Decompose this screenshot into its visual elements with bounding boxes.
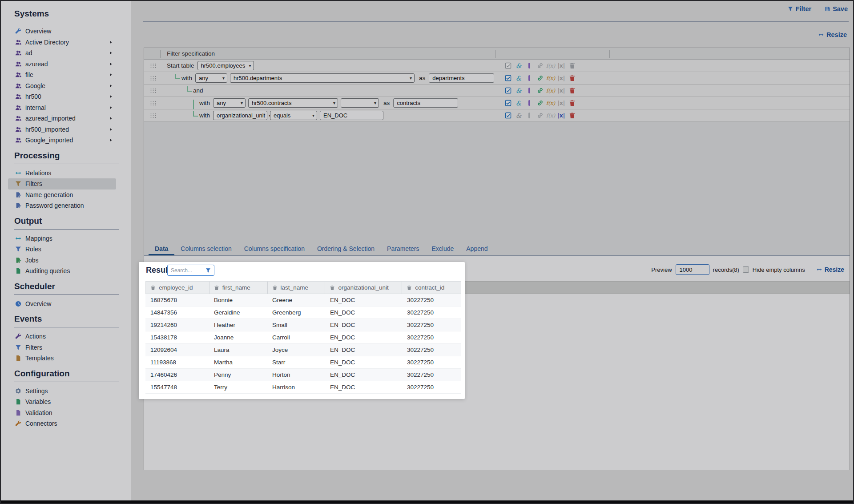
table-cell: Carroll [267,334,325,341]
table-row[interactable]: 16875678BonnieGreeneEN_DOC30227250 [145,294,461,306]
table-cell: 30227250 [402,297,461,303]
table-cell: 30227250 [402,334,461,341]
result-table-header: employee_idfirst_namelast_nameorganizati… [145,281,461,294]
table-cell: 14847356 [145,309,209,316]
table-row[interactable]: 11193868MarthaStarrEN_DOC30227250 [145,356,461,369]
taskbar-strip [1,500,853,503]
table-cell: EN_DOC [325,384,402,391]
table-cell: EN_DOC [325,297,402,303]
column-header-label: contract_id [415,284,444,291]
table-cell: Joyce [267,347,325,353]
column-header-label: organizational_unit [338,284,388,291]
table-cell: 30227250 [402,371,461,378]
table-row[interactable]: 15547748TerryHarrisonEN_DOC30227250 [145,381,461,394]
table-cell: EN_DOC [325,359,402,366]
app-window: SystemsOverviewActive Directoryadazuread… [0,0,854,504]
table-cell: 11193868 [145,359,209,366]
column-header-employee_id[interactable]: employee_id [146,282,209,294]
table-cell: 15438178 [145,334,209,341]
table-cell: Harrison [267,384,325,391]
table-row[interactable]: 12092604LauraJoyceEN_DOC30227250 [145,344,461,356]
table-cell: EN_DOC [325,347,402,353]
table-cell: Greenberg [267,309,325,316]
table-cell: EN_DOC [325,322,402,328]
table-cell: Heather [209,322,267,328]
table-cell: EN_DOC [325,309,402,316]
table-cell: 15547748 [145,384,209,391]
remove-column-icon[interactable] [272,285,278,290]
remove-column-icon[interactable] [150,285,156,290]
table-cell: 30227250 [402,384,461,391]
table-cell: Greene [267,297,325,303]
table-cell: Penny [209,371,267,378]
table-cell: Starr [267,359,325,366]
table-cell: Bonnie [209,297,267,303]
column-header-organizational_unit[interactable]: organizational_unit [325,282,402,294]
search-placeholder: Search... [171,267,192,274]
dim-overlay [1,1,853,503]
table-cell: EN_DOC [325,371,402,378]
table-row[interactable]: 19214260HeatherSmallEN_DOC30227250 [145,319,461,331]
table-cell: 30227250 [402,359,461,366]
remove-column-icon[interactable] [214,285,219,290]
table-cell: EN_DOC [325,334,402,341]
table-cell: 19214260 [145,322,209,328]
table-cell: Horton [267,371,325,378]
column-header-label: last_name [281,284,308,291]
result-search-input[interactable]: Search... [167,265,214,276]
column-header-label: employee_id [159,284,193,291]
table-cell: 17460426 [145,371,209,378]
remove-column-icon[interactable] [330,285,335,290]
table-cell: Terry [209,384,267,391]
result-table: employee_idfirst_namelast_nameorganizati… [145,281,461,394]
table-cell: Martha [209,359,267,366]
table-cell: Laura [209,347,267,353]
result-spotlight-card: Result Search... employee_idfirst_namela… [139,262,465,399]
table-cell: Joanne [209,334,267,341]
column-header-first_name[interactable]: first_name [209,282,268,294]
table-cell: Geraldine [209,309,267,316]
column-header-label: first_name [222,284,250,291]
result-title: Result [146,266,170,275]
table-cell: 16875678 [145,297,209,303]
remove-column-icon[interactable] [407,285,412,290]
table-row[interactable]: 15438178JoanneCarrollEN_DOC30227250 [145,331,461,344]
column-header-contract_id[interactable]: contract_id [402,282,461,294]
table-cell: 30227250 [402,347,461,353]
table-cell: 12092604 [145,347,209,353]
table-cell: Small [267,322,325,328]
column-header-last_name[interactable]: last_name [268,282,326,294]
table-row[interactable]: 17460426PennyHortonEN_DOC30227250 [145,369,461,381]
search-funnel-icon[interactable] [205,268,211,273]
table-cell: 30227250 [402,322,461,328]
table-cell: 30227250 [402,309,461,316]
table-row[interactable]: 14847356GeraldineGreenbergEN_DOC30227250 [145,306,461,319]
